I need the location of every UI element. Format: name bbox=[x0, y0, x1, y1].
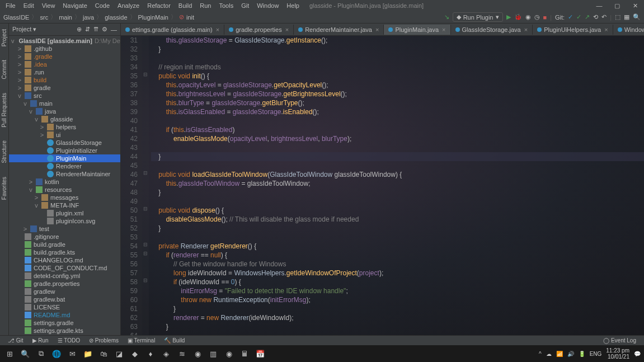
bottom-tab-terminal[interactable]: ▣ Terminal bbox=[123, 337, 159, 344]
tree-item[interactable]: >test bbox=[9, 225, 120, 233]
menu-build[interactable]: Build bbox=[175, 1, 195, 10]
tree-item[interactable]: >kotlin bbox=[9, 178, 120, 186]
tree-item[interactable]: README.md bbox=[9, 311, 120, 319]
tree-item[interactable]: PluginMain bbox=[9, 154, 120, 162]
tree-item[interactable]: >.run bbox=[9, 68, 120, 76]
tree-item[interactable]: GlassIdeStorage bbox=[9, 139, 120, 147]
taskbar-mail-icon[interactable]: ✉ bbox=[66, 347, 78, 360]
taskbar-vscode-icon[interactable]: ≋ bbox=[176, 347, 188, 360]
breadcrumb-item[interactable]: glasside bbox=[105, 14, 127, 21]
tray-lang[interactable]: ENG bbox=[590, 351, 602, 357]
taskbar-task-view-icon[interactable]: ⧉ bbox=[35, 347, 47, 360]
taskbar-chrome-icon[interactable]: ◉ bbox=[191, 347, 204, 360]
left-stripe-project[interactable]: Project bbox=[0, 26, 8, 50]
editor-tab[interactable]: RendererMaintainer.java× bbox=[294, 25, 384, 35]
tree-item[interactable]: build.gradle bbox=[9, 241, 120, 248]
tree-item[interactable]: plugin.xml bbox=[9, 209, 120, 217]
breadcrumb-item[interactable]: init bbox=[186, 14, 194, 21]
menu-refactor[interactable]: Refactor bbox=[144, 1, 174, 10]
tree-root[interactable]: vGlassIDE [glasside.main] D:\My Developm… bbox=[9, 37, 120, 45]
taskbar-ide1-icon[interactable]: ◪ bbox=[113, 347, 125, 360]
breadcrumb-item[interactable]: main bbox=[59, 14, 72, 21]
gear-icon[interactable]: ⚙ bbox=[102, 26, 107, 33]
taskbar-calc-icon[interactable]: 🖩 bbox=[238, 347, 251, 360]
tree-item[interactable]: >.github bbox=[9, 45, 120, 53]
git-commit-icon[interactable]: ✓ bbox=[576, 13, 581, 21]
fold-gutter[interactable]: ⊟⊟⊟⊟⊟⊟ bbox=[142, 36, 149, 335]
git-push-icon[interactable]: ↗ bbox=[585, 13, 590, 21]
tree-item[interactable]: settings.gradle bbox=[9, 319, 120, 327]
editor-tab[interactable]: GlassIdeStorage.java× bbox=[451, 25, 533, 35]
close-tab-icon[interactable]: × bbox=[285, 26, 289, 33]
breadcrumb-item[interactable]: GlassIDE bbox=[3, 14, 29, 21]
menu-tools[interactable]: Tools bbox=[215, 1, 237, 10]
tree-item[interactable]: RendererMaintainer bbox=[9, 170, 120, 178]
search-everywhere-icon[interactable]: ⬚ bbox=[615, 13, 621, 21]
tree-item[interactable]: vsrc bbox=[9, 92, 120, 100]
tree-item[interactable]: settings.gradle.kts bbox=[9, 327, 120, 335]
tray-wifi-icon[interactable]: 📶 bbox=[556, 351, 563, 357]
breadcrumb-item[interactable]: PluginMain bbox=[138, 14, 168, 21]
menu-navigate[interactable]: Navigate bbox=[59, 1, 90, 10]
menu-view[interactable]: View bbox=[39, 1, 59, 10]
tree-item[interactable]: >.gradle bbox=[9, 53, 120, 60]
menu-git[interactable]: Git bbox=[238, 1, 252, 10]
event-log-tab[interactable]: ◯ Event Log bbox=[599, 337, 641, 344]
hide-icon[interactable]: — bbox=[111, 26, 117, 33]
run-icon[interactable]: ▶ bbox=[506, 13, 511, 21]
tray-volume-icon[interactable]: 🔊 bbox=[567, 351, 574, 357]
taskbar-calendar-icon[interactable]: 📅 bbox=[254, 347, 266, 360]
breadcrumb-item[interactable]: java bbox=[83, 14, 94, 21]
taskbar-jb-icon[interactable]: ◆ bbox=[129, 347, 141, 360]
git-history-icon[interactable]: ⟲ bbox=[593, 13, 598, 21]
close-tab-icon[interactable]: × bbox=[375, 26, 379, 33]
tray-notifications-icon[interactable]: 💬 bbox=[634, 351, 641, 357]
bottom-tab-build[interactable]: 🔨 Build bbox=[159, 337, 189, 344]
maximize-button[interactable]: ▢ bbox=[610, 2, 624, 10]
editor-body[interactable]: 3132333435363738394041424344454647484950… bbox=[121, 36, 644, 335]
collapse-all-icon[interactable]: ⇈ bbox=[93, 26, 98, 33]
select-opened-icon[interactable]: ⊕ bbox=[77, 26, 82, 33]
menu-window[interactable]: Window bbox=[253, 1, 282, 10]
tree-item[interactable]: >External Libraries bbox=[9, 335, 120, 335]
tree-item[interactable]: vmain bbox=[9, 100, 120, 107]
tree-item[interactable]: LICENSE bbox=[9, 303, 120, 311]
tree-item[interactable]: >.idea bbox=[9, 60, 120, 68]
build-hammer-icon[interactable]: ↘ bbox=[444, 13, 449, 21]
project-view-selector[interactable]: Project ▾ bbox=[12, 26, 36, 33]
tree-item[interactable]: gradlew.bat bbox=[9, 295, 120, 303]
tree-item[interactable]: >ui bbox=[9, 131, 120, 139]
system-tray[interactable]: ^ ☁ 📶 🔊 🔋 ENG 11:23 pm 10/01/21 💬 bbox=[539, 347, 641, 360]
breadcrumb[interactable]: GlassIDE〉src〉main〉java〉glasside〉PluginMa… bbox=[3, 13, 194, 21]
tree-item[interactable]: .gitignore bbox=[9, 233, 120, 241]
stop-icon[interactable]: ■ bbox=[543, 14, 547, 21]
taskbar-start-icon[interactable]: ⊞ bbox=[3, 347, 16, 360]
breadcrumb-item[interactable]: src bbox=[40, 14, 48, 21]
close-tab-icon[interactable]: × bbox=[524, 26, 528, 33]
taskbar-search-icon[interactable]: 🔍 bbox=[19, 347, 31, 360]
left-stripe-pull-requests[interactable]: Pull Requests bbox=[0, 90, 8, 131]
git-rollback-icon[interactable]: ↶ bbox=[601, 13, 607, 21]
tree-item[interactable]: >build bbox=[9, 76, 120, 84]
tree-item[interactable]: vglasside bbox=[9, 115, 120, 123]
tree-item[interactable]: >helpers bbox=[9, 123, 120, 131]
tray-chevron-icon[interactable]: ^ bbox=[539, 351, 542, 357]
editor-tab[interactable]: PluginMain.java× bbox=[384, 25, 450, 35]
menu-analyze[interactable]: Analyze bbox=[114, 1, 143, 10]
minimize-button[interactable]: — bbox=[593, 2, 606, 10]
taskbar-chrome2-icon[interactable]: ◉ bbox=[223, 347, 235, 360]
taskbar-files-icon[interactable]: 📁 bbox=[82, 347, 94, 360]
tray-battery-icon[interactable]: 🔋 bbox=[579, 351, 585, 357]
expand-all-icon[interactable]: ⇵ bbox=[85, 26, 90, 33]
tree-item[interactable]: PluginInitializer bbox=[9, 147, 120, 154]
taskbar-store-icon[interactable]: 🛍 bbox=[97, 347, 110, 360]
tree-item[interactable]: vjava bbox=[9, 107, 120, 115]
close-tab-icon[interactable]: × bbox=[604, 26, 608, 33]
project-tree[interactable]: vGlassIDE [glasside.main] D:\My Developm… bbox=[9, 36, 120, 335]
close-tab-icon[interactable]: × bbox=[442, 26, 445, 33]
code-area[interactable]: this.glassIdeStorage = GlassIdeStorage.g… bbox=[149, 36, 644, 335]
left-stripe-favorites[interactable]: Favorites bbox=[0, 173, 8, 203]
menu-edit[interactable]: Edit bbox=[20, 1, 37, 10]
tree-item[interactable]: >messages bbox=[9, 194, 120, 201]
ide-settings-icon[interactable]: ▦ bbox=[624, 13, 629, 21]
